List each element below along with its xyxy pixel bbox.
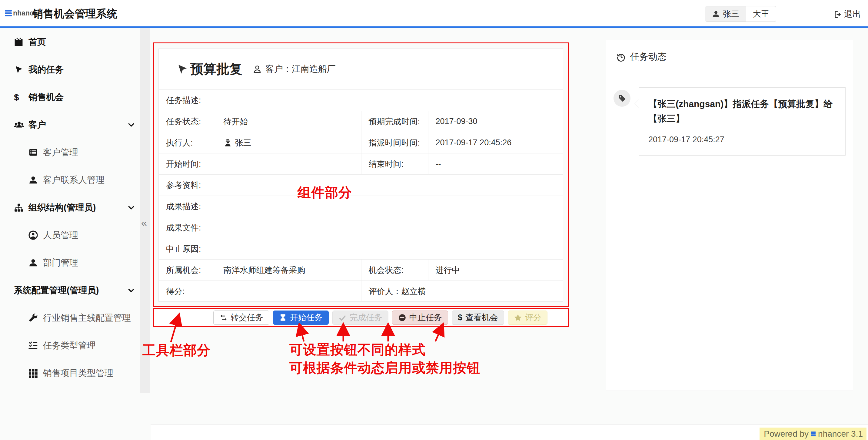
field-value	[216, 175, 563, 196]
sidebar-item-label: 客户	[29, 119, 46, 131]
table-row: 参考资料:	[159, 175, 563, 196]
sidebar-item-customer-management[interactable]: 客户管理	[0, 139, 140, 166]
dollar-icon: $	[458, 313, 462, 322]
sidebar-item-personnel-management[interactable]: 人员管理	[0, 222, 140, 249]
table-row: 所属机会: 南洋水师组建筹备采购 机会状态: 进行中	[159, 260, 563, 281]
field-value	[216, 90, 563, 111]
exchange-icon	[219, 314, 227, 322]
task-card-header: 预算批复 客户：江南造船厂	[159, 49, 563, 89]
sidebar-item-label: 我的任务	[29, 64, 64, 76]
sidebar-item-label: 人员管理	[43, 229, 78, 241]
top-navbar: nhancer 销售机会管理系统 张三 大王 退出	[0, 0, 868, 28]
transfer-task-button[interactable]: 转交任务	[213, 311, 269, 325]
field-label: 所属机会:	[159, 260, 216, 281]
activity-entry: 【张三(zhangsan)】指派任务【预算批复】给【张三】 2017-09-17…	[639, 87, 845, 155]
sidebar-item-home[interactable]: 首页	[0, 28, 140, 56]
view-opportunity-button[interactable]: $ 查看机会	[452, 311, 504, 325]
user-button-group: 张三 大王	[705, 6, 776, 22]
start-task-button[interactable]: 开始任务	[273, 311, 329, 325]
logout-button[interactable]: 退出	[834, 8, 861, 20]
field-value: 评价人：赵立横	[361, 281, 563, 302]
tasks-icon	[29, 341, 43, 350]
table-row: 成果文件:	[159, 217, 563, 238]
table-row: 成果描述:	[159, 196, 563, 217]
powered-by-badge[interactable]: Powered by nhancer 3.1	[760, 428, 867, 440]
secondary-user-button[interactable]: 大王	[746, 6, 776, 22]
user-icon	[29, 175, 43, 185]
logout-icon	[834, 10, 842, 19]
sidebar-item-label: 行业销售主线配置管理	[43, 312, 131, 324]
powered-brand-version: nhancer 3.1	[818, 429, 863, 439]
field-value: 张三	[216, 132, 361, 153]
powered-by-text: Powered by	[764, 429, 809, 439]
calendar-icon	[14, 37, 29, 47]
sidebar-item-system-config[interactable]: 系统配置管理(管理员)	[0, 276, 140, 304]
chevron-down-icon	[127, 121, 135, 131]
current-user-name: 张三	[723, 8, 739, 20]
location-arrow-icon	[14, 65, 29, 74]
component-annotation-box: 预算批复 客户：江南造船厂 任务描述: 任务状态: 待开始 预期完成时间: 20…	[153, 42, 569, 307]
field-label: 指派时间时间:	[361, 132, 428, 153]
field-label: 结束时间:	[361, 153, 428, 175]
field-label: 任务状态:	[159, 111, 216, 132]
field-label: 参考资料:	[159, 175, 216, 196]
task-title-text: 预算批复	[190, 60, 242, 78]
abort-task-button[interactable]: 中止任务	[392, 311, 448, 325]
app-title: 销售机会管理系统	[32, 7, 117, 21]
field-value: --	[428, 153, 563, 175]
toolbar-annotation-box: 转交任务 开始任务 完成任务 中止任务 $ 查看机会 评分	[153, 308, 569, 327]
tag-icon	[614, 90, 630, 107]
activity-panel-header: 任务动态	[606, 40, 853, 74]
field-value	[216, 238, 563, 260]
wrench-icon	[29, 313, 43, 323]
field-label: 成果描述:	[159, 196, 216, 217]
sidebar-item-customers[interactable]: 客户	[0, 111, 140, 139]
sidebar-item-industry-sales-config[interactable]: 行业销售主线配置管理	[0, 304, 140, 332]
sidebar-nav: 首页 我的任务 $ 销售机会 客户 客户管理 客户联系人管理 组织结构(管理员)…	[0, 28, 140, 387]
sidebar-item-department-management[interactable]: 部门管理	[0, 249, 140, 276]
sidebar-item-label: 销售机会	[29, 91, 64, 104]
field-value: 2017-09-17 20:45:26	[428, 132, 563, 153]
sidebar-item-org-structure[interactable]: 组织结构(管理员)	[0, 194, 140, 222]
hourglass-icon	[279, 314, 287, 321]
field-label: 开始时间:	[159, 153, 216, 175]
sidebar-item-sales-opportunities[interactable]: $ 销售机会	[0, 83, 140, 111]
task-customer-text: 客户：江南造船厂	[266, 63, 336, 75]
table-row: 中止原因:	[159, 238, 563, 260]
button-label: 完成任务	[350, 312, 382, 323]
task-detail-card: 预算批复 客户：江南造船厂 任务描述: 任务状态: 待开始 预期完成时间: 20…	[158, 49, 563, 302]
sidebar-item-customer-contacts[interactable]: 客户联系人管理	[0, 166, 140, 194]
task-customer: 客户：江南造船厂	[253, 63, 336, 75]
grid-icon	[29, 369, 43, 378]
sidebar-item-my-tasks[interactable]: 我的任务	[0, 56, 140, 83]
collapse-sidebar-handle[interactable]: «	[141, 217, 147, 229]
field-label: 成果文件:	[159, 217, 216, 238]
button-label: 开始任务	[290, 312, 323, 323]
annotation-component-section: 组件部分	[298, 184, 352, 202]
sidebar-item-label: 销售项目类型管理	[43, 367, 113, 379]
user-circle-icon	[29, 231, 43, 240]
field-label: 任务描述:	[159, 90, 216, 111]
current-user-button[interactable]: 张三	[705, 6, 746, 22]
table-row: 任务描述:	[159, 90, 563, 111]
field-value: 待开始	[216, 111, 361, 132]
sidebar-item-task-type-management[interactable]: 任务类型管理	[0, 332, 140, 359]
user-icon	[29, 258, 43, 267]
task-activity-panel: 任务动态 【张三(zhangsan)】指派任务【预算批复】给【张三】 2017-…	[606, 40, 853, 391]
activity-message: 【张三(zhangsan)】指派任务【预算批复】给【张三】	[648, 97, 836, 126]
logout-label: 退出	[844, 8, 861, 20]
table-row: 得分: 评价人：赵立横	[159, 281, 563, 302]
field-label: 得分:	[159, 281, 216, 302]
field-value	[216, 281, 361, 302]
person-outline-icon	[253, 65, 262, 74]
sidebar-collapse-strip[interactable]: «	[140, 28, 150, 393]
sidebar-item-label: 首页	[29, 36, 46, 48]
check-icon	[338, 314, 347, 322]
field-label: 机会状态:	[361, 260, 428, 281]
history-icon	[617, 53, 626, 62]
location-arrow-icon	[176, 63, 188, 75]
enhancer-logo-icon	[811, 432, 816, 436]
sidebar-item-sales-project-type-management[interactable]: 销售项目类型管理	[0, 359, 140, 387]
user-secret-icon	[224, 139, 232, 147]
complete-task-button: 完成任务	[332, 311, 389, 325]
